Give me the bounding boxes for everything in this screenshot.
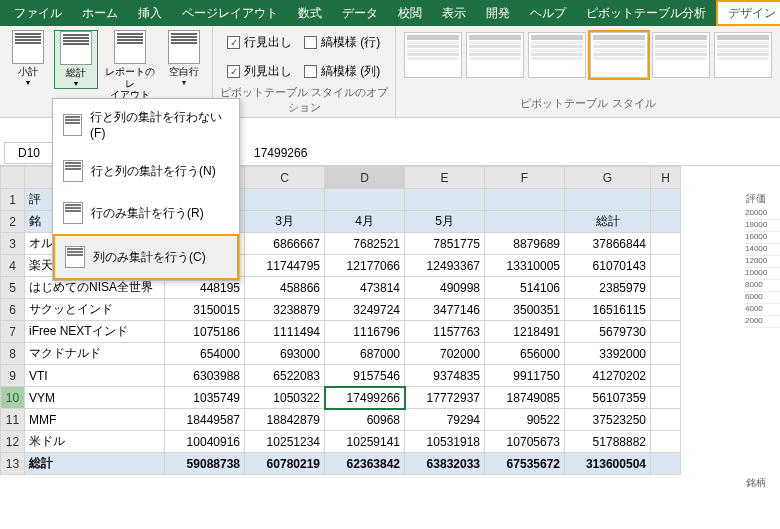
cell[interactable]: 1111494 — [245, 321, 325, 343]
banded-columns-checkbox[interactable]: 縞模様 (列) — [304, 63, 380, 80]
cell[interactable]: 8879689 — [485, 233, 565, 255]
tab-insert[interactable]: 挿入 — [128, 0, 172, 26]
cell[interactable]: 1050322 — [245, 387, 325, 409]
report-layout-button[interactable]: レポートのレ イアウト — [102, 30, 158, 101]
cell[interactable]: VYM — [25, 387, 165, 409]
cell[interactable]: 5月 — [405, 211, 485, 233]
cell[interactable]: 62363842 — [325, 453, 405, 475]
row-header[interactable]: 11 — [1, 409, 25, 431]
row-header[interactable]: 12 — [1, 431, 25, 453]
row-header[interactable]: 10 — [1, 387, 25, 409]
style-thumb[interactable] — [590, 32, 648, 78]
cell[interactable]: 9157546 — [325, 365, 405, 387]
cell[interactable]: 3238879 — [245, 299, 325, 321]
tab-developer[interactable]: 開発 — [476, 0, 520, 26]
cell[interactable]: 79294 — [405, 409, 485, 431]
tab-data[interactable]: データ — [332, 0, 388, 26]
cell[interactable]: 90522 — [485, 409, 565, 431]
cell[interactable] — [651, 453, 681, 475]
cell[interactable]: 41270202 — [565, 365, 651, 387]
cell[interactable]: 56107359 — [565, 387, 651, 409]
cell[interactable]: 1075186 — [165, 321, 245, 343]
cell[interactable] — [651, 233, 681, 255]
row-header[interactable]: 4 — [1, 255, 25, 277]
cell[interactable]: マクドナルド — [25, 343, 165, 365]
cell[interactable]: 1218491 — [485, 321, 565, 343]
cell[interactable]: 3500351 — [485, 299, 565, 321]
cell[interactable]: 米ドル — [25, 431, 165, 453]
cell[interactable]: 514106 — [485, 277, 565, 299]
row-header[interactable]: 13 — [1, 453, 25, 475]
tab-page-layout[interactable]: ページレイアウト — [172, 0, 288, 26]
cell[interactable]: 63832033 — [405, 453, 485, 475]
cell[interactable]: 3150015 — [165, 299, 245, 321]
cell[interactable] — [651, 365, 681, 387]
cell[interactable]: 687000 — [325, 343, 405, 365]
cell[interactable]: 12493367 — [405, 255, 485, 277]
cell[interactable]: 18749085 — [485, 387, 565, 409]
formula-value[interactable]: 17499266 — [254, 146, 307, 160]
cell[interactable]: 490998 — [405, 277, 485, 299]
col-header[interactable]: F — [485, 167, 565, 189]
tab-formulas[interactable]: 数式 — [288, 0, 332, 26]
cell[interactable] — [651, 321, 681, 343]
gt-cols-only[interactable]: 列のみ集計を行う(C) — [53, 234, 239, 280]
tab-help[interactable]: ヘルプ — [520, 0, 576, 26]
cell[interactable] — [485, 189, 565, 211]
total-label[interactable]: 総計 — [25, 453, 165, 475]
cell[interactable]: 7682521 — [325, 233, 405, 255]
tab-file[interactable]: ファイル — [4, 0, 72, 26]
cell[interactable] — [651, 299, 681, 321]
col-header[interactable]: E — [405, 167, 485, 189]
col-header[interactable]: G — [565, 167, 651, 189]
row-headers-checkbox[interactable]: 行見出し — [227, 34, 292, 51]
tab-pivot-analyze[interactable]: ピボットテーブル分析 — [576, 0, 716, 26]
cell[interactable]: 51788882 — [565, 431, 651, 453]
col-header[interactable]: C — [245, 167, 325, 189]
cell[interactable]: 17499266 — [325, 387, 405, 409]
cell[interactable]: 61070143 — [565, 255, 651, 277]
col-header[interactable]: H — [651, 167, 681, 189]
cell[interactable]: 18449587 — [165, 409, 245, 431]
gt-off-rows-cols[interactable]: 行と列の集計を行わない(F) — [53, 99, 239, 150]
cell[interactable]: 3477146 — [405, 299, 485, 321]
cell[interactable]: 5679730 — [565, 321, 651, 343]
cell[interactable] — [651, 343, 681, 365]
cell[interactable]: VTI — [25, 365, 165, 387]
cell[interactable]: 10705673 — [485, 431, 565, 453]
row-header[interactable]: 3 — [1, 233, 25, 255]
style-thumb[interactable] — [466, 32, 524, 78]
cell[interactable]: 7851775 — [405, 233, 485, 255]
row-header[interactable]: 6 — [1, 299, 25, 321]
cell[interactable] — [565, 189, 651, 211]
cell[interactable]: iFree NEXTインド — [25, 321, 165, 343]
cell[interactable]: 10040916 — [165, 431, 245, 453]
cell[interactable]: 693000 — [245, 343, 325, 365]
cell[interactable]: 6303988 — [165, 365, 245, 387]
cell[interactable] — [325, 189, 405, 211]
col-header[interactable]: D — [325, 167, 405, 189]
cell[interactable]: サクッとインド — [25, 299, 165, 321]
cell[interactable]: 1157763 — [405, 321, 485, 343]
cell[interactable]: 12177066 — [325, 255, 405, 277]
cell[interactable]: 11744795 — [245, 255, 325, 277]
cell[interactable]: 3392000 — [565, 343, 651, 365]
cell[interactable]: 1035749 — [165, 387, 245, 409]
name-box[interactable]: D10 — [4, 142, 54, 164]
row-header[interactable]: 2 — [1, 211, 25, 233]
cell[interactable]: 10531918 — [405, 431, 485, 453]
cell[interactable]: 654000 — [165, 343, 245, 365]
blank-rows-button[interactable]: 空白行 ▾ — [162, 30, 206, 87]
grand-totals-button[interactable]: 総計 ▾ — [54, 30, 98, 89]
style-thumb[interactable] — [528, 32, 586, 78]
cell[interactable]: 9374835 — [405, 365, 485, 387]
cell[interactable]: 総計 — [565, 211, 651, 233]
cell[interactable]: 37523250 — [565, 409, 651, 431]
cell[interactable] — [651, 255, 681, 277]
cell[interactable]: 473814 — [325, 277, 405, 299]
cell[interactable]: 3249724 — [325, 299, 405, 321]
cell[interactable]: 6866667 — [245, 233, 325, 255]
cell[interactable]: MMF — [25, 409, 165, 431]
cell[interactable]: 10259141 — [325, 431, 405, 453]
cell[interactable]: 13310005 — [485, 255, 565, 277]
